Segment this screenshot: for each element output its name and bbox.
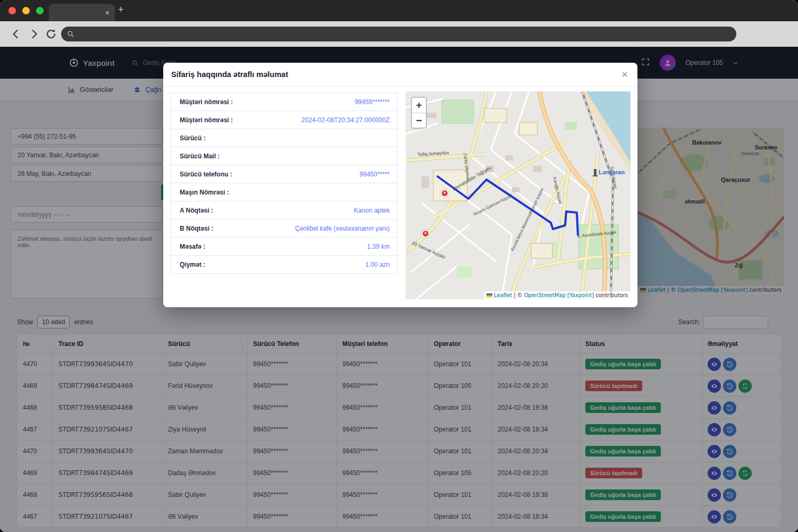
browser-tab-bar: × +: [0, 0, 798, 21]
osm-link[interactable]: OpenStreetMap [Yaxpoint]: [524, 292, 594, 298]
new-tab-button[interactable]: +: [118, 4, 124, 15]
order-details-modal: Sifariş haqqında ətraflı məlumat × Müştə…: [163, 63, 637, 307]
detail-field: Sürücü Mail :: [170, 147, 398, 165]
detail-field: Maşın Nömrəsi :: [170, 183, 398, 201]
hospital-marker-icon: +: [422, 230, 430, 238]
field-label: Maşın Nömrəsi :: [180, 189, 229, 196]
field-value: Kanon aptek: [354, 207, 390, 214]
forward-icon[interactable]: [28, 28, 40, 40]
monument-icon: [594, 169, 597, 175]
field-value: 99450*****: [359, 171, 390, 178]
field-value: 99455*******: [355, 98, 390, 106]
field-label: B Nöqtəsi :: [180, 225, 213, 232]
close-window-button[interactable]: [9, 7, 16, 14]
city-label: Lənkəran: [594, 169, 625, 175]
address-bar[interactable]: [61, 27, 736, 41]
detail-field: Müştəri nömrəsi : 99455*******: [170, 92, 398, 111]
zoom-out-button[interactable]: −: [412, 113, 426, 128]
browser-window: × + Yaxpoint Gediş Axtar: [0, 0, 798, 532]
map-attribution: Leaflet | © OpenStreetMap [Yaxpoint] con…: [484, 291, 631, 299]
detail-field: A Nöqtəsi : Kanon aptek: [170, 201, 398, 219]
route-map-canvas: [406, 91, 631, 299]
field-value: 2024-02-08T20:34:27.000000Z: [301, 116, 390, 124]
map-zoom-control: + −: [411, 97, 427, 129]
field-label: A Nöqtəsi :: [180, 207, 213, 214]
detail-field: Məsafə : 1.39 km: [170, 237, 398, 256]
minimize-window-button[interactable]: [22, 7, 30, 14]
route-map[interactable]: + − Tofiq İsmayılovZərifə ƏliyevaZeynala…: [406, 91, 631, 299]
detail-field: Qiymət : 1.00 azn: [170, 255, 398, 274]
field-label: Məsafə :: [180, 243, 205, 250]
leaflet-flag-icon: [486, 293, 492, 298]
detail-field: Müştəri nömrəsi : 2024-02-08T20:34:27.00…: [170, 111, 398, 129]
detail-field: Sürücü :: [170, 129, 398, 147]
tab-close-icon[interactable]: ×: [105, 9, 110, 16]
field-label: Sürücü :: [180, 134, 206, 142]
field-label: Sürücü Mail :: [180, 153, 220, 160]
field-label: Qiymət :: [180, 261, 205, 268]
field-value: 1.39 km: [367, 243, 390, 250]
back-icon[interactable]: [10, 28, 22, 40]
modal-fields: Müştəri nömrəsi : 99455*******Müştəri nö…: [170, 93, 398, 274]
detail-field: B Nöqtəsi : Çənlibel kafe (xəstəxananın …: [170, 219, 398, 238]
modal-title: Sifariş haqqında ətraflı məlumat: [171, 70, 288, 79]
maximize-window-button[interactable]: [36, 7, 44, 14]
browser-tab[interactable]: ×: [49, 4, 115, 21]
search-icon: [67, 30, 74, 38]
detail-field: Sürücü telefonu : 99450*****: [170, 165, 398, 183]
browser-toolbar: [0, 21, 798, 47]
close-icon[interactable]: ×: [621, 69, 628, 80]
field-label: Müştəri nömrəsi :: [180, 116, 233, 124]
field-value: 1.00 azn: [365, 261, 390, 268]
hospital-marker-icon: +: [441, 189, 449, 197]
leaflet-link[interactable]: Leaflet: [494, 292, 512, 298]
zoom-in-button[interactable]: +: [412, 98, 426, 113]
reload-icon[interactable]: [45, 28, 57, 40]
field-label: Müştəri nömrəsi :: [180, 98, 233, 106]
field-label: Sürücü telefonu :: [180, 171, 232, 178]
app-viewport: Yaxpoint Gediş Axtar Operator 105 Göst: [0, 47, 798, 532]
field-value: Çənlibel kafe (xəstəxananın yanı): [295, 225, 390, 232]
